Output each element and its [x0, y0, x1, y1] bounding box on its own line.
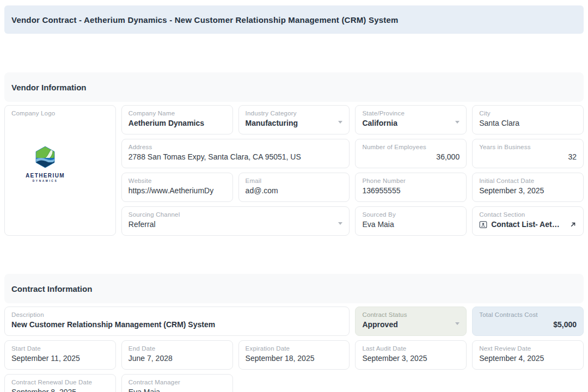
company-logo-field[interactable]: Company Logo AETHERIUM — [4, 105, 116, 236]
initial-contact-date-value: September 3, 2025 — [479, 186, 577, 195]
field-label: Phone Number — [362, 177, 460, 184]
sourcing-channel-value: Referral — [128, 220, 343, 229]
email-value: ad@.com — [246, 186, 343, 195]
city-value: Santa Clara — [479, 119, 577, 127]
next-review-date-field[interactable]: Next Review Date September 4, 2025 — [472, 340, 584, 370]
end-date-value: June 7, 2028 — [128, 354, 226, 363]
field-label: Next Review Date — [479, 345, 577, 352]
address-field[interactable]: Address 2788 San Tomas Expy, Santa Clara… — [121, 139, 350, 168]
vendor-fields-grid: Company Logo AETHERIUM — [4, 105, 584, 236]
description-value: New Customer Relationship Management (CR… — [11, 320, 342, 329]
contract-fields-grid: Description New Customer Relationship Ma… — [4, 307, 584, 392]
website-value: https://www.AetheriumDy — [128, 186, 226, 195]
start-date-field[interactable]: Start Date September 11, 2025 — [4, 340, 116, 370]
description-field[interactable]: Description New Customer Relationship Ma… — [4, 307, 350, 336]
chevron-down-icon — [338, 222, 342, 225]
field-label: Years in Business — [479, 144, 577, 150]
city-field[interactable]: City Santa Clara — [472, 105, 584, 134]
address-value: 2788 San Tomas Expy, Santa Clara, CA 950… — [128, 152, 343, 161]
email-field[interactable]: Email ad@.com — [238, 173, 350, 202]
logo-tagline: DYNAMICS — [19, 180, 71, 182]
contract-status-value: Approved — [362, 320, 460, 329]
field-label: Address — [128, 144, 343, 150]
contract-renewal-due-date-value: September 8, 2025 — [11, 388, 109, 392]
last-audit-date-value: September 3, 2025 — [362, 354, 460, 363]
company-name-field[interactable]: Company Name Aetherium Dynamics — [121, 105, 233, 134]
field-label: Contract Status — [362, 311, 460, 318]
contract-manager-field[interactable]: Contract Manager Eva Maia — [121, 374, 233, 392]
industry-category-value: Manufacturing — [246, 119, 343, 127]
number-of-employees-value: 36,000 — [362, 152, 460, 161]
field-label: Contract Renewal Due Date — [11, 379, 109, 385]
field-label: Contact Section — [479, 211, 577, 218]
page-header: Vendor Contract - Aetherium Dynamics - N… — [4, 5, 584, 34]
field-label: Email — [246, 177, 343, 184]
chevron-down-icon — [455, 121, 460, 124]
state-province-select[interactable]: State/Province California — [355, 105, 467, 134]
state-province-value: California — [362, 119, 460, 127]
field-label: Number of Employees — [362, 144, 460, 150]
contact-section-field[interactable]: Contact Section Contact List- Aet… — [472, 206, 584, 236]
field-label: Description — [11, 311, 342, 318]
total-contracts-cost-value: $5,000 — [479, 320, 577, 329]
field-label: Expiration Date — [246, 345, 343, 352]
total-contracts-cost-field: Total Contracts Cost $5,000 — [472, 307, 584, 336]
years-in-business-value: 32 — [479, 152, 577, 161]
field-label: Company Name — [128, 110, 226, 117]
industry-category-select[interactable]: Industry Category Manufacturing — [238, 105, 350, 134]
expiration-date-field[interactable]: Expiration Date September 18, 2025 — [238, 340, 350, 370]
phone-number-field[interactable]: Phone Number 136955555 — [355, 173, 467, 202]
contact-section-link[interactable]: Contact List- Aet… — [491, 220, 566, 229]
field-label: Website — [128, 177, 226, 184]
company-logo-image: AETHERIUM DYNAMICS — [19, 146, 71, 182]
contact-card-icon — [479, 220, 487, 229]
aetherium-logo-icon — [27, 146, 63, 169]
years-in-business-field[interactable]: Years in Business 32 — [472, 139, 584, 168]
contract-section-title: Contract Information — [11, 284, 92, 293]
open-record-icon[interactable] — [569, 221, 577, 228]
field-label: Industry Category — [246, 110, 343, 117]
chevron-down-icon — [455, 322, 460, 325]
website-field[interactable]: Website https://www.AetheriumDy — [121, 173, 233, 202]
vendor-information-section-header: Vendor Information — [4, 72, 584, 102]
start-date-value: September 11, 2025 — [11, 354, 109, 363]
field-label: Sourcing Channel — [128, 211, 343, 218]
field-label: Sourced By — [362, 211, 460, 218]
field-label: Contract Manager — [128, 379, 226, 385]
end-date-field[interactable]: End Date June 7, 2028 — [121, 340, 233, 370]
page-title: Vendor Contract - Aetherium Dynamics - N… — [11, 15, 399, 24]
field-label: End Date — [128, 345, 226, 352]
contract-renewal-due-date-field[interactable]: Contract Renewal Due Date September 8, 2… — [4, 374, 116, 392]
initial-contact-date-field[interactable]: Initial Contact Date September 3, 2025 — [472, 173, 584, 202]
sourced-by-value: Eva Maia — [362, 220, 460, 229]
contract-status-select[interactable]: Contract Status Approved — [355, 307, 467, 336]
last-audit-date-field[interactable]: Last Audit Date September 3, 2025 — [355, 340, 467, 370]
phone-number-value: 136955555 — [362, 186, 460, 195]
vendor-section-title: Vendor Information — [11, 83, 87, 92]
contract-information-section-header: Contract Information — [4, 274, 584, 303]
contract-manager-value: Eva Maia — [128, 388, 226, 392]
number-of-employees-field[interactable]: Number of Employees 36,000 — [355, 139, 467, 168]
next-review-date-value: September 4, 2025 — [479, 354, 577, 363]
field-label: Initial Contact Date — [479, 177, 577, 184]
field-label: Last Audit Date — [362, 345, 460, 352]
sourced-by-field[interactable]: Sourced By Eva Maia — [355, 206, 467, 236]
field-label: City — [479, 110, 577, 117]
sourcing-channel-select[interactable]: Sourcing Channel Referral — [121, 206, 350, 236]
field-label: State/Province — [362, 110, 460, 117]
field-label: Start Date — [11, 345, 109, 352]
field-label: Total Contracts Cost — [479, 311, 577, 318]
logo-wordmark: AETHERIUM — [19, 173, 71, 179]
company-name-value: Aetherium Dynamics — [128, 119, 226, 127]
chevron-down-icon — [338, 121, 342, 124]
field-label: Company Logo — [11, 110, 109, 117]
expiration-date-value: September 18, 2025 — [246, 354, 343, 363]
